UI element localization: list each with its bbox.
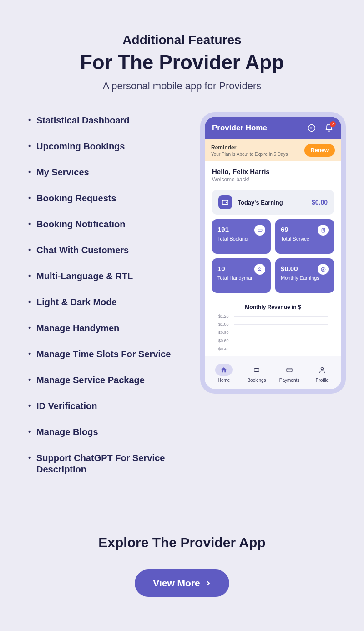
- header-title: For The Provider App: [18, 51, 346, 74]
- svg-rect-14: [287, 368, 292, 372]
- notification-badge: 7: [330, 121, 336, 127]
- feature-list: Statistical Dashboard Upcoming Bookings …: [28, 112, 189, 490]
- list-item: Booking Requests: [28, 193, 189, 204]
- chart-title: Monthly Revenue in $: [218, 304, 328, 310]
- nav-label: Payments: [273, 378, 306, 383]
- list-item: My Services: [28, 167, 189, 178]
- stat-card-services[interactable]: 69 Total Service: [275, 219, 334, 254]
- nav-label: Profile: [306, 378, 339, 383]
- svg-rect-6: [258, 229, 262, 231]
- earning-label: Today's Earning: [238, 199, 306, 206]
- bottom-nav: Home Bookings Payments Profile: [205, 359, 341, 389]
- reminder-text: Your Plan Is About to Expire in 5 Days: [211, 152, 288, 157]
- list-item: Multi-Language & RTL: [28, 271, 189, 282]
- list-item: Light & Dark Mode: [28, 297, 189, 308]
- reminder-title: Reminder: [211, 144, 288, 151]
- list-item: Chat With Customers: [28, 245, 189, 256]
- view-more-button[interactable]: View More: [135, 569, 229, 597]
- nav-profile[interactable]: Profile: [306, 364, 339, 383]
- stat-label: Total Handyman: [217, 275, 265, 281]
- wallet-icon: [218, 195, 232, 209]
- nav-home[interactable]: Home: [207, 364, 240, 383]
- chart-ytick: $1.20: [218, 314, 229, 318]
- stat-label: Total Service: [281, 236, 329, 241]
- stat-card-earnings[interactable]: $0.00 Monthly Earnings: [275, 258, 334, 293]
- nav-label: Bookings: [240, 378, 273, 383]
- list-item: Manage Time Slots For Service: [28, 349, 189, 360]
- nav-bookings[interactable]: Bookings: [240, 364, 273, 383]
- phone-app-title: Provider Home: [212, 123, 267, 133]
- list-item: Upcoming Bookings: [28, 141, 189, 152]
- svg-point-5: [226, 202, 227, 203]
- list-item: Manage Service Package: [28, 374, 189, 386]
- renew-button[interactable]: Renew: [304, 144, 335, 157]
- list-item: Support ChatGPT For Service Description: [28, 452, 189, 475]
- today-earning-card[interactable]: Today's Earning $0.00: [212, 190, 334, 215]
- list-item: Manage Handymen: [28, 323, 189, 334]
- phone-mockup: Provider Home 7 Reminder You: [200, 112, 346, 394]
- explore-icon: [318, 264, 329, 275]
- chevron-right-icon: [205, 579, 211, 587]
- ticket-icon: [254, 225, 265, 236]
- greeting-welcome: Welcome back!: [212, 176, 334, 183]
- reminder-banner: Reminder Your Plan Is About to Expire in…: [205, 139, 341, 161]
- stat-label: Monthly Earnings: [281, 275, 329, 281]
- svg-rect-13: [254, 369, 259, 372]
- nav-payments[interactable]: Payments: [273, 364, 306, 383]
- svg-point-10: [258, 267, 260, 269]
- stat-card-handyman[interactable]: 10 Total Handyman: [212, 258, 271, 293]
- greeting-block: Hello, Felix Harris Welcome back!: [205, 161, 341, 185]
- view-more-label: View More: [153, 578, 200, 589]
- earning-value: $0.00: [312, 199, 328, 206]
- svg-point-3: [313, 128, 313, 128]
- header-overline: Additional Features: [18, 33, 346, 47]
- chart-ytick: $0.60: [218, 339, 229, 343]
- svg-point-16: [321, 368, 323, 370]
- svg-point-2: [311, 128, 312, 128]
- svg-marker-12: [322, 268, 324, 270]
- header-subtitle: A personal mobile app for Providers: [18, 80, 346, 92]
- list-item: ID Verification: [28, 400, 189, 412]
- chart-ytick: $1.00: [218, 322, 229, 327]
- nav-label: Home: [207, 378, 240, 383]
- list-item: Manage Blogs: [28, 426, 189, 438]
- chart-ytick: $0.80: [218, 330, 229, 335]
- chart-ytick: $0.40: [218, 347, 229, 351]
- people-icon: [254, 264, 265, 275]
- stat-label: Total Booking: [217, 236, 265, 241]
- stat-card-bookings[interactable]: 191 Total Booking: [212, 219, 271, 254]
- phone-app-bar: Provider Home 7: [205, 117, 341, 139]
- footer-title: Explore The Provider App: [18, 535, 346, 550]
- profile-icon: [313, 364, 331, 376]
- svg-point-1: [310, 128, 310, 128]
- greeting-hello: Hello, Felix Harris: [212, 168, 334, 175]
- document-icon: [318, 225, 329, 236]
- home-icon: [215, 364, 233, 376]
- card-icon: [281, 364, 298, 376]
- revenue-chart: Monthly Revenue in $ $1.20 $1.00 $0.80 $…: [212, 298, 334, 356]
- bell-icon[interactable]: 7: [324, 123, 334, 133]
- list-item: Booking Notification: [28, 219, 189, 230]
- ticket-icon: [248, 364, 265, 376]
- chat-icon[interactable]: [307, 123, 317, 133]
- list-item: Statistical Dashboard: [28, 115, 189, 126]
